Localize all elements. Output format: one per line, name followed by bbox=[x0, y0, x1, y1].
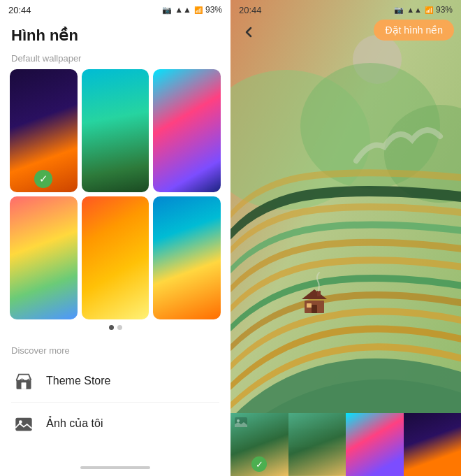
right-panel: 20:44 📷 ▲▲ 📶 93% Đặt hình nền ✓ bbox=[230, 0, 461, 476]
menu-item-theme-store[interactable]: Theme Store bbox=[11, 360, 219, 403]
svg-rect-12 bbox=[312, 305, 317, 313]
menu-item-my-photos[interactable]: Ảnh của tôi bbox=[11, 403, 219, 445]
wallpaper-grid bbox=[0, 69, 230, 319]
dot-2[interactable] bbox=[117, 325, 122, 330]
wallpaper-thumb-4[interactable] bbox=[10, 196, 78, 319]
status-icons-right: 📷 ▲▲ 📶 93% bbox=[394, 5, 453, 15]
strip-thumb-4[interactable] bbox=[404, 413, 462, 476]
status-bar-left: 20:44 📷 ▲▲ 📶 93% bbox=[0, 0, 230, 20]
pagination-dots bbox=[0, 319, 230, 336]
discover-label: Discover more bbox=[11, 345, 219, 356]
svg-point-15 bbox=[237, 419, 240, 422]
battery-text-right: 93% bbox=[436, 5, 453, 15]
wallpaper-thumb-5[interactable] bbox=[82, 196, 149, 319]
dot-1[interactable] bbox=[109, 325, 114, 330]
strip-thumb-1[interactable]: ✓ bbox=[230, 413, 288, 476]
home-indicator bbox=[80, 466, 150, 469]
time-right: 20:44 bbox=[239, 5, 262, 15]
selected-badge bbox=[34, 170, 52, 188]
image-icon-1 bbox=[235, 417, 249, 428]
set-wallpaper-button[interactable]: Đặt hình nền bbox=[374, 20, 454, 41]
default-wallpaper-label: Default wallpaper bbox=[0, 49, 230, 69]
battery-text-left: 93% bbox=[205, 5, 222, 15]
wifi-icon-right: ▲▲ bbox=[407, 6, 422, 14]
wifi-icon: ▲▲ bbox=[175, 5, 191, 15]
signal-icon-right: 📶 bbox=[425, 6, 433, 14]
bottom-bar bbox=[0, 459, 230, 476]
screenshot-icon: 📷 bbox=[162, 6, 172, 15]
selected-check-strip: ✓ bbox=[251, 456, 267, 472]
discover-section: Discover more Theme Store Ảnh bbox=[0, 336, 230, 447]
status-bar-right: 20:44 📷 ▲▲ 📶 93% bbox=[230, 0, 461, 20]
strip-thumb-3[interactable] bbox=[346, 413, 404, 476]
time-left: 20:44 bbox=[8, 5, 31, 15]
theme-store-label: Theme Store bbox=[46, 375, 110, 387]
wallpaper-thumb-1[interactable] bbox=[10, 69, 78, 192]
left-panel: 20:44 📷 ▲▲ 📶 93% Hình nền Default wallpa… bbox=[0, 0, 230, 476]
wallpaper-thumb-3[interactable] bbox=[153, 69, 221, 192]
svg-rect-13 bbox=[307, 303, 312, 308]
thumbnail-strip: ✓ bbox=[230, 413, 461, 476]
photo-icon bbox=[11, 411, 36, 436]
wallpaper-preview bbox=[230, 0, 461, 476]
my-photos-label: Ảnh của tôi bbox=[46, 417, 103, 430]
strip-thumb-2[interactable] bbox=[288, 413, 346, 476]
svg-rect-1 bbox=[22, 382, 27, 389]
screenshot-icon-right: 📷 bbox=[394, 6, 404, 15]
page-title: Hình nền bbox=[0, 20, 230, 49]
back-button[interactable] bbox=[237, 21, 260, 43]
status-icons-left: 📷 ▲▲ 📶 93% bbox=[162, 5, 222, 15]
wallpaper-thumb-6[interactable] bbox=[153, 196, 221, 319]
store-icon bbox=[11, 368, 36, 394]
wallpaper-thumb-2[interactable] bbox=[82, 69, 149, 192]
signal-icon: 📶 bbox=[194, 6, 203, 14]
svg-rect-11 bbox=[317, 291, 321, 296]
